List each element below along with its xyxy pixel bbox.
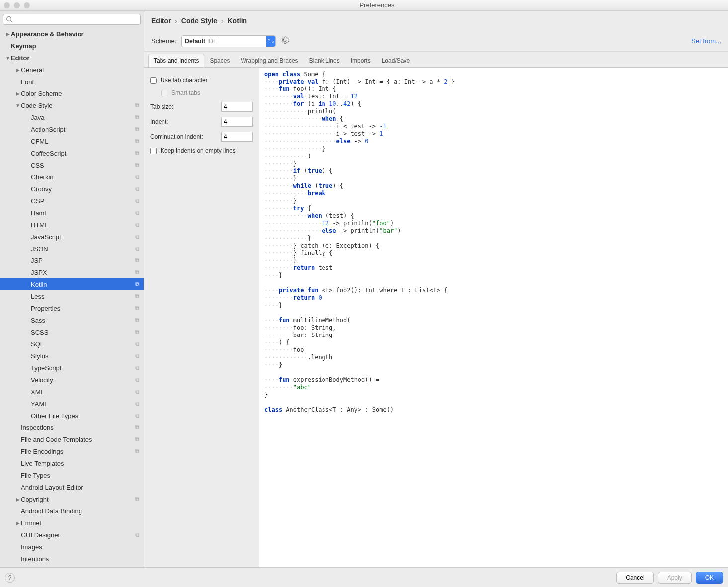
tree-item[interactable]: Haml⧉ [0, 207, 144, 219]
tree-item[interactable]: Java⧉ [0, 111, 144, 123]
tree-item[interactable]: Other File Types⧉ [0, 410, 144, 421]
tree-item[interactable]: Inspections⧉ [0, 421, 144, 433]
tree-item[interactable]: File Types [0, 469, 144, 481]
cont-indent-input[interactable] [221, 132, 253, 142]
tree-item[interactable]: CoffeeScript⧉ [0, 147, 144, 159]
tree-item-label: XML [31, 388, 44, 396]
tree-item[interactable]: Groovy⧉ [0, 183, 144, 195]
breadcrumb-b[interactable]: Code Style [181, 17, 217, 25]
tree-item[interactable]: Gherkin⧉ [0, 171, 144, 183]
tree-item[interactable]: CSS⧉ [0, 159, 144, 171]
minimize-dot[interactable] [14, 2, 20, 8]
tab[interactable]: Tabs and Indents [148, 54, 204, 67]
tree-item[interactable]: CFML⧉ [0, 135, 144, 147]
tree-item[interactable]: ▶Emmet [0, 517, 144, 529]
tab-size-label: Tab size: [150, 103, 173, 110]
close-dot[interactable] [4, 2, 10, 8]
tree-item-label: SQL [31, 340, 44, 348]
scope-icon: ⧉ [135, 388, 140, 395]
tree-item[interactable]: Font [0, 76, 144, 87]
tree-item[interactable]: File and Code Templates⧉ [0, 433, 144, 445]
tree-item[interactable]: Android Data Binding [0, 505, 144, 517]
tab[interactable]: Load/Save [376, 54, 415, 67]
disclosure-icon: ▶ [5, 31, 11, 37]
tree-item-label: GUI Designer [21, 531, 60, 539]
tree-item[interactable]: ▶Color Scheme [0, 87, 144, 99]
help-button[interactable]: ? [5, 573, 15, 583]
tree-item[interactable]: ▶General [0, 64, 144, 76]
disclosure-icon: ▼ [15, 103, 21, 108]
tree-item[interactable]: Android Layout Editor [0, 481, 144, 493]
tree-item[interactable]: Less⧉ [0, 290, 144, 302]
tree-item[interactable]: SQL⧉ [0, 338, 144, 350]
search-input[interactable] [3, 14, 141, 25]
tab-size-input[interactable] [221, 102, 253, 112]
keep-empty-checkbox[interactable]: Keep indents on empty lines [150, 144, 253, 157]
tree-item-label: CFML [31, 138, 48, 145]
tree-item-label: Editor [11, 54, 30, 62]
tree-item[interactable]: TypeScript⧉ [0, 362, 144, 374]
breadcrumb-c: Kotlin [228, 17, 247, 25]
cancel-button[interactable]: Cancel [616, 572, 653, 584]
tree-item[interactable]: Properties⧉ [0, 302, 144, 314]
tree-item[interactable]: Keymap [0, 40, 144, 52]
tree-item[interactable]: JSPX⧉ [0, 266, 144, 278]
tree-item-label: Groovy [31, 185, 52, 193]
tab[interactable]: Blank Lines [304, 54, 345, 67]
tree-item-label: CSS [31, 162, 44, 169]
ok-button[interactable]: OK [696, 572, 723, 584]
tree-item-label: Font [21, 78, 34, 85]
tree-item[interactable]: File Encodings⧉ [0, 445, 144, 457]
use-tab-checkbox[interactable]: Use tab character [150, 74, 253, 86]
tree-item[interactable]: HTML⧉ [0, 219, 144, 231]
tree-item[interactable]: GSP⧉ [0, 195, 144, 207]
tree-item-label: General [21, 66, 44, 74]
tree-item-label: Gherkin [31, 173, 54, 181]
dropdown-icon: ⌃⌄ [266, 36, 275, 47]
set-from-link[interactable]: Set from... [691, 37, 721, 45]
scope-icon: ⧉ [135, 340, 140, 347]
tree-item[interactable]: GUI Designer⧉ [0, 529, 144, 541]
tree-item[interactable]: Velocity⧉ [0, 374, 144, 386]
scope-icon: ⧉ [135, 233, 140, 240]
tree-item-label: Velocity [31, 376, 53, 384]
tab[interactable]: Imports [345, 54, 376, 67]
tree-item-label: Images [21, 543, 42, 551]
tree-item-label: CoffeeScript [31, 150, 66, 157]
tree-item[interactable]: Stylus⧉ [0, 350, 144, 362]
scheme-select[interactable]: Default IDE ⌃⌄ [181, 35, 276, 47]
gear-icon[interactable] [281, 36, 289, 46]
tree-item[interactable]: SCSS⧉ [0, 326, 144, 338]
tree-item[interactable]: ActionScript⧉ [0, 123, 144, 135]
tree-item[interactable]: YAML⧉ [0, 398, 144, 410]
settings-tree[interactable]: ▶Appearance & BehaviorKeymap▼Editor▶Gene… [0, 28, 144, 567]
tab[interactable]: Spaces [204, 54, 235, 67]
tree-item[interactable]: ▼Editor [0, 52, 144, 64]
indent-input[interactable] [221, 117, 253, 127]
breadcrumb-a[interactable]: Editor [151, 17, 171, 25]
window-controls [4, 2, 30, 8]
tree-item[interactable]: Kotlin⧉ [0, 278, 144, 290]
tree-item[interactable]: Live Templates [0, 457, 144, 469]
tree-item[interactable]: Intentions [0, 553, 144, 565]
tree-item[interactable]: JSON⧉ [0, 243, 144, 254]
tree-item[interactable]: Images [0, 541, 144, 553]
tree-item[interactable]: ▶Copyright⧉ [0, 493, 144, 505]
tree-item[interactable]: XML⧉ [0, 386, 144, 398]
scope-icon: ⧉ [135, 209, 140, 216]
tab[interactable]: Wrapping and Braces [235, 54, 303, 67]
tree-item-label: Android Data Binding [21, 507, 82, 515]
tree-item[interactable]: ▼Code Style⧉ [0, 99, 144, 111]
scope-icon: ⧉ [135, 424, 140, 431]
apply-button[interactable]: Apply [658, 572, 692, 584]
zoom-dot[interactable] [24, 2, 30, 8]
tree-item[interactable]: JavaScript⧉ [0, 231, 144, 243]
tree-item-label: Properties [31, 305, 60, 312]
svg-point-0 [7, 17, 11, 21]
scope-icon: ⧉ [135, 138, 140, 145]
tree-item[interactable]: ▶Appearance & Behavior [0, 28, 144, 40]
tree-item[interactable]: Sass⧉ [0, 314, 144, 326]
tree-item-label: Other File Types [31, 412, 78, 419]
disclosure-icon: ▶ [15, 520, 21, 526]
tree-item[interactable]: JSP⧉ [0, 254, 144, 266]
